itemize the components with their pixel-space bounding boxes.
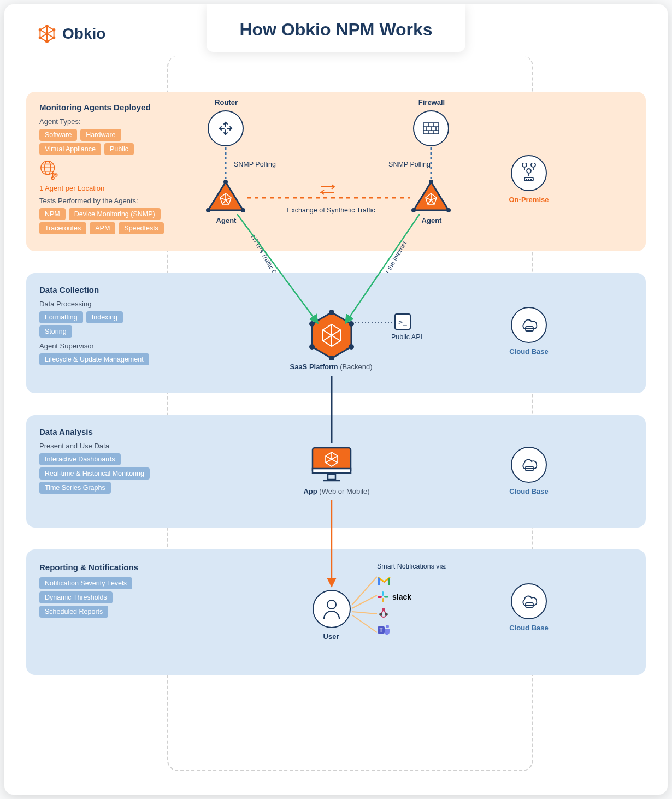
router-icon (208, 110, 244, 146)
svg-point-38 (386, 625, 389, 628)
svg-point-28 (327, 600, 336, 609)
svg-point-15 (446, 208, 451, 212)
agent-right (411, 180, 451, 214)
section1-note: 1 Agent per Location (39, 184, 181, 192)
section1-sub1: Agent Types: (39, 117, 181, 126)
svg-point-3 (45, 40, 48, 43)
brand-logo: Obkio (37, 24, 105, 44)
diagram-title: How Obkio NPM Works (207, 4, 465, 52)
saas-platform-icon (309, 310, 355, 363)
api-icon: >_ (394, 313, 411, 330)
agent-left (206, 180, 245, 214)
tag-device-monitoring: Device Monitoring (SNMP) (69, 208, 161, 220)
location-cloud-2: Cloud Base (496, 447, 562, 495)
slack-icon (377, 591, 389, 603)
tag-software: Software (39, 129, 77, 141)
svg-point-1 (52, 28, 55, 31)
tag-apm: APM (90, 222, 115, 234)
svg-rect-31 (382, 598, 385, 602)
tag-public: Public (104, 143, 134, 155)
cloud-label-3: Cloud Base (496, 624, 562, 632)
tag-dashboards: Interactive Dashboards (39, 453, 121, 465)
user-icon (313, 590, 351, 628)
svg-point-23 (309, 321, 315, 327)
section2-header: Data Collection (39, 285, 181, 294)
section1-sub2: Tests Performed by the Agents: (39, 197, 181, 205)
api-label: Public API (391, 333, 422, 341)
notif-webhook (377, 607, 390, 619)
tag-virtual-appliance: Virtual Appliance (39, 143, 101, 155)
notif-header: Smart Notifications via: (377, 563, 447, 570)
tag-indexing: Indexing (86, 311, 123, 323)
svg-point-16 (411, 208, 416, 212)
location-cloud-3: Cloud Base (496, 583, 562, 632)
svg-rect-30 (384, 596, 388, 598)
svg-point-33 (382, 608, 385, 611)
svg-point-4 (39, 37, 42, 39)
firewall-label: Firewall (393, 98, 470, 106)
svg-rect-32 (378, 596, 382, 599)
tag-severity: Notification Severity Levels (39, 577, 132, 589)
notif-teams: T (377, 624, 391, 637)
tag-realtime: Real-time & Historical Monitoring (39, 467, 150, 480)
exchange-label: Exchange of Synthetic Traffic (282, 206, 380, 214)
section2-sub1: Data Processing (39, 300, 181, 308)
snmp-label-left: SNMP Polling (234, 161, 276, 168)
tag-formatting: Formatting (39, 311, 83, 323)
tag-reports: Scheduled Reports (39, 606, 108, 618)
svg-point-34 (379, 613, 382, 616)
svg-point-13 (206, 208, 210, 212)
panel-data-collection: Data Collection Data Processing Formatti… (39, 285, 181, 368)
tag-timeseries: Time Series Graphs (39, 482, 111, 494)
tag-storing: Storing (39, 325, 72, 338)
user-label: User (304, 632, 358, 641)
svg-point-12 (241, 208, 245, 212)
tag-traceroutes: Traceroutes (39, 222, 86, 234)
svg-point-2 (52, 37, 55, 39)
svg-rect-26 (313, 469, 351, 473)
app-monitor-icon (310, 446, 353, 487)
saas-label: SaaS Platform (Backend) (276, 363, 386, 371)
obkio-logo-icon (37, 24, 57, 44)
location-cloud-1: Cloud Base (496, 307, 562, 356)
svg-point-20 (349, 344, 354, 350)
tag-hardware: Hardware (80, 129, 121, 141)
globe-network-icon (39, 159, 60, 180)
tag-lifecycle: Lifecycle & Update Management (39, 353, 149, 365)
on-premise-label: On-Premise (496, 196, 562, 204)
router-label: Router (188, 98, 264, 106)
gmail-icon (377, 576, 391, 587)
section3-sub1: Present and Use Data (39, 442, 181, 450)
snmp-label-right: SNMP Polling (387, 161, 431, 168)
notif-gmail (377, 576, 391, 587)
teams-icon: T (377, 624, 391, 637)
section4-header: Reporting & Notifications (39, 563, 181, 572)
notification-channels: Smart Notifications via: slack (377, 563, 447, 637)
webhook-icon (377, 607, 390, 619)
svg-text:T: T (379, 627, 382, 633)
svg-point-5 (39, 28, 42, 31)
app-label: App (Web or Mobile) (293, 487, 380, 495)
section1-header: Monitoring Agents Deployed (39, 103, 181, 112)
panel-monitoring: Monitoring Agents Deployed Agent Types: … (39, 103, 181, 236)
tag-speedtests: Speedtests (119, 222, 164, 234)
agent-left-label: Agent (188, 216, 264, 224)
section3-header: Data Analysis (39, 427, 181, 436)
firewall-icon (413, 110, 449, 146)
cloud-label-2: Cloud Base (496, 487, 562, 495)
agent-right-label: Agent (393, 216, 470, 224)
svg-point-0 (45, 25, 48, 27)
svg-point-19 (349, 321, 354, 327)
notif-slack: slack (377, 591, 411, 603)
tag-thresholds: Dynamic Thresholds (39, 591, 113, 603)
svg-rect-29 (382, 591, 384, 596)
svg-point-22 (309, 344, 315, 350)
panel-data-analysis: Data Analysis Present and Use Data Inter… (39, 427, 181, 496)
svg-point-35 (385, 613, 388, 616)
brand-name: Obkio (62, 25, 105, 43)
tag-npm: NPM (39, 208, 66, 220)
panel-reporting: Reporting & Notifications Notification S… (39, 563, 181, 620)
section2-sub2: Agent Supervisor (39, 342, 181, 350)
cloud-label-1: Cloud Base (496, 347, 562, 356)
location-on-premise: On-Premise (496, 155, 562, 204)
